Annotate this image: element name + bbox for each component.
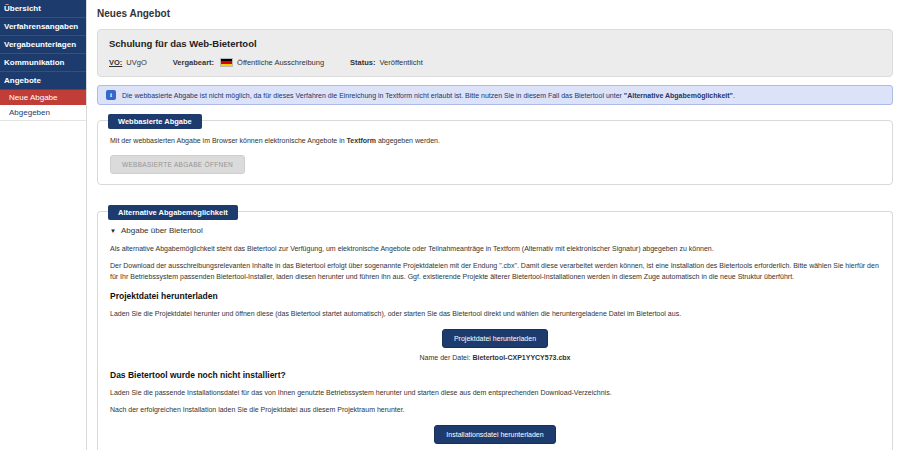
vo-value: UVgO <box>126 58 146 67</box>
sidebar-item-neue-abgabe[interactable]: Neue Abgabe <box>0 90 86 105</box>
vergabeart-value: Öffentliche Ausschreibung <box>237 58 324 67</box>
download-project-file-button[interactable]: Projektdatei herunterladen <box>442 329 548 348</box>
install-paragraph-2: Nach der erfolgreichen Installation lade… <box>110 404 880 415</box>
main-content: Neues Angebot Schulung für das Web-Biete… <box>97 0 893 450</box>
install-heading: Das Bietertool wurde noch nicht installi… <box>110 370 880 380</box>
web-based-submission-text: Mit der webbasierten Abgabe im Browser k… <box>110 135 880 146</box>
alternative-submission-badge: Alternative Abgabemöglichkeit <box>108 205 238 220</box>
procedure-meta-row: VO: UVgO Vergabeart: Öffentliche Ausschr… <box>109 58 881 67</box>
download-installer-button[interactable]: Installationsdatei herunterladen <box>434 425 555 444</box>
status-value: Veröffentlicht <box>380 58 423 67</box>
project-file-paragraph: Laden Sie die Projektdatei herunter und … <box>110 308 880 319</box>
alt-paragraph-2: Der Download der ausschreibungsrelevante… <box>110 260 880 282</box>
project-file-heading: Projektdatei herunterladen <box>110 291 880 301</box>
sidebar-item-abgegeben[interactable]: Abgegeben <box>0 105 86 121</box>
open-web-submission-button[interactable]: WEBBASIERTE ABGABE ÖFFNEN <box>110 155 245 174</box>
sidebar-item-uebersicht[interactable]: Übersicht <box>0 0 86 18</box>
info-banner-text: Die webbasierte Abgabe ist nicht möglich… <box>122 92 735 99</box>
chevron-down-icon: ▼ <box>110 228 116 234</box>
file-name-line: Name der Datei: Bietertool-CXP1YYCY573.c… <box>110 354 880 361</box>
sidebar-item-verfahrensangaben[interactable]: Verfahrensangaben <box>0 18 86 36</box>
sidebar-item-angebote[interactable]: Angebote <box>0 72 86 90</box>
bietertool-collapse-title: Abgabe über Bietertool <box>121 226 203 235</box>
sidebar-item-kommunikation[interactable]: Kommunikation <box>0 54 86 72</box>
info-icon: i <box>106 90 116 100</box>
file-name-value: Bietertool-CXP1YYCY573.cbx <box>472 354 570 361</box>
install-paragraph-1: Laden Sie die passende Installationsdate… <box>110 387 880 398</box>
web-based-submission-badge: Webbasierte Abgabe <box>108 114 202 129</box>
file-name-label: Name der Datei: <box>420 354 471 361</box>
sidebar-item-vergabeunterlagen[interactable]: Vergabeunterlagen <box>0 36 86 54</box>
sidebar: Übersicht Verfahrensangaben Vergabeunter… <box>0 0 87 450</box>
alt-paragraph-1: Als alternative Abgabemöglichkeit steht … <box>110 243 880 254</box>
web-based-submission-section: Webbasierte Abgabe Mit der webbasierten … <box>97 120 893 185</box>
vo-label: VO: <box>109 58 122 67</box>
bietertool-collapse-header[interactable]: ▼ Abgabe über Bietertool <box>110 226 880 235</box>
vergabeart-label: Vergabeart: <box>173 58 214 67</box>
status-label: Status: <box>350 58 375 67</box>
info-banner: i Die webbasierte Abgabe ist nicht mögli… <box>97 85 893 105</box>
page-title: Neues Angebot <box>97 8 893 19</box>
germany-flag-icon <box>220 58 233 67</box>
procedure-title: Schulung für das Web-Bietertool <box>109 38 881 49</box>
procedure-header-card: Schulung für das Web-Bietertool VO: UVgO… <box>97 29 893 77</box>
alternative-submission-section: Alternative Abgabemöglichkeit ▼ Abgabe ü… <box>97 211 893 450</box>
